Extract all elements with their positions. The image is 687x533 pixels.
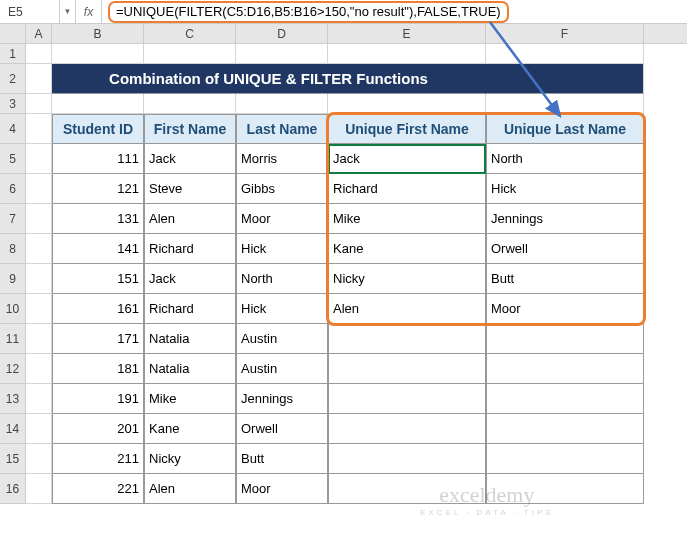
cell-unique-last[interactable]: Moor [486, 294, 644, 324]
cell-unique-first[interactable]: Richard [328, 174, 486, 204]
cell-last-name[interactable]: Austin [236, 354, 328, 384]
cell-unique-last[interactable]: Hick [486, 174, 644, 204]
cell-unique-first[interactable] [328, 324, 486, 354]
cell[interactable] [328, 94, 486, 114]
cell-unique-first[interactable]: Mike [328, 204, 486, 234]
cell-unique-first[interactable]: Kane [328, 234, 486, 264]
row-header[interactable]: 2 [0, 64, 26, 94]
cell-first-name[interactable]: Richard [144, 294, 236, 324]
col-header-d[interactable]: D [236, 24, 328, 43]
cell-first-name[interactable]: Richard [144, 234, 236, 264]
cell-unique-first[interactable] [328, 474, 486, 504]
row-header[interactable]: 3 [0, 94, 26, 114]
row-header[interactable]: 12 [0, 354, 26, 384]
title-cell[interactable]: Combination of UNIQUE & FILTER Functions [52, 64, 486, 94]
cell[interactable] [26, 384, 52, 414]
cell-student-id[interactable]: 201 [52, 414, 144, 444]
cell-student-id[interactable]: 211 [52, 444, 144, 474]
cell[interactable] [26, 204, 52, 234]
cell[interactable] [26, 414, 52, 444]
row-header[interactable]: 15 [0, 444, 26, 474]
cell-unique-first[interactable]: Jack [328, 144, 486, 174]
formula-input[interactable]: =UNIQUE(FILTER(C5:D16,B5:B16>150,"no res… [102, 0, 687, 23]
cell[interactable] [52, 94, 144, 114]
cell-unique-last[interactable] [486, 354, 644, 384]
cell-unique-first[interactable] [328, 414, 486, 444]
cell-first-name[interactable]: Jack [144, 264, 236, 294]
row-header[interactable]: 14 [0, 414, 26, 444]
cell[interactable] [26, 354, 52, 384]
cell[interactable] [236, 44, 328, 64]
cell-last-name[interactable]: Hick [236, 234, 328, 264]
cell-last-name[interactable]: Butt [236, 444, 328, 474]
row-header[interactable]: 4 [0, 114, 26, 144]
cell-last-name[interactable]: Austin [236, 324, 328, 354]
header-unique-first[interactable]: Unique First Name [328, 114, 486, 144]
cell-student-id[interactable]: 151 [52, 264, 144, 294]
cell-first-name[interactable]: Natalia [144, 324, 236, 354]
col-header-a[interactable]: A [26, 24, 52, 43]
col-header-b[interactable]: B [52, 24, 144, 43]
name-box-dropdown-icon[interactable]: ▼ [60, 0, 76, 23]
cell[interactable] [26, 294, 52, 324]
cell[interactable] [486, 44, 644, 64]
cell[interactable] [26, 94, 52, 114]
cell[interactable] [26, 174, 52, 204]
cell[interactable] [26, 64, 52, 94]
cell-unique-last[interactable] [486, 414, 644, 444]
cell[interactable] [26, 324, 52, 354]
cell[interactable] [26, 114, 52, 144]
cell-student-id[interactable]: 221 [52, 474, 144, 504]
cell-unique-first[interactable]: Nicky [328, 264, 486, 294]
cell-unique-last[interactable] [486, 384, 644, 414]
col-header-e[interactable]: E [328, 24, 486, 43]
fx-icon[interactable]: fx [76, 0, 102, 23]
cell-student-id[interactable]: 191 [52, 384, 144, 414]
cell[interactable] [26, 234, 52, 264]
cell-unique-last[interactable] [486, 444, 644, 474]
header-student-id[interactable]: Student ID [52, 114, 144, 144]
cell[interactable] [26, 264, 52, 294]
cell[interactable] [26, 444, 52, 474]
cell-first-name[interactable]: Jack [144, 144, 236, 174]
row-header[interactable]: 11 [0, 324, 26, 354]
cell-student-id[interactable]: 171 [52, 324, 144, 354]
row-header[interactable]: 9 [0, 264, 26, 294]
row-header[interactable]: 13 [0, 384, 26, 414]
cell-first-name[interactable]: Mike [144, 384, 236, 414]
cell-unique-first[interactable]: Alen [328, 294, 486, 324]
header-last-name[interactable]: Last Name [236, 114, 328, 144]
cell-last-name[interactable]: Jennings [236, 384, 328, 414]
cell-unique-first[interactable] [328, 384, 486, 414]
cell-last-name[interactable]: Gibbs [236, 174, 328, 204]
cell-student-id[interactable]: 121 [52, 174, 144, 204]
cell[interactable] [144, 44, 236, 64]
cell-first-name[interactable]: Alen [144, 204, 236, 234]
col-header-f[interactable]: F [486, 24, 644, 43]
cell-unique-last[interactable] [486, 324, 644, 354]
cell-last-name[interactable]: Moor [236, 474, 328, 504]
row-header[interactable]: 10 [0, 294, 26, 324]
cell-first-name[interactable]: Natalia [144, 354, 236, 384]
cell-student-id[interactable]: 141 [52, 234, 144, 264]
cell-student-id[interactable]: 181 [52, 354, 144, 384]
select-all-corner[interactable] [0, 24, 26, 43]
row-header[interactable]: 7 [0, 204, 26, 234]
cell[interactable] [144, 94, 236, 114]
cell-last-name[interactable]: Hick [236, 294, 328, 324]
header-unique-last[interactable]: Unique Last Name [486, 114, 644, 144]
cell-first-name[interactable]: Nicky [144, 444, 236, 474]
row-header[interactable]: 1 [0, 44, 26, 64]
cell-student-id[interactable]: 161 [52, 294, 144, 324]
cell-student-id[interactable]: 131 [52, 204, 144, 234]
row-header[interactable]: 6 [0, 174, 26, 204]
cell[interactable] [486, 94, 644, 114]
cell-first-name[interactable]: Steve [144, 174, 236, 204]
cell-last-name[interactable]: Morris [236, 144, 328, 174]
cell[interactable] [26, 144, 52, 174]
cell-unique-first[interactable] [328, 444, 486, 474]
cell-first-name[interactable]: Kane [144, 414, 236, 444]
cell-first-name[interactable]: Alen [144, 474, 236, 504]
cell[interactable] [52, 44, 144, 64]
row-header[interactable]: 8 [0, 234, 26, 264]
